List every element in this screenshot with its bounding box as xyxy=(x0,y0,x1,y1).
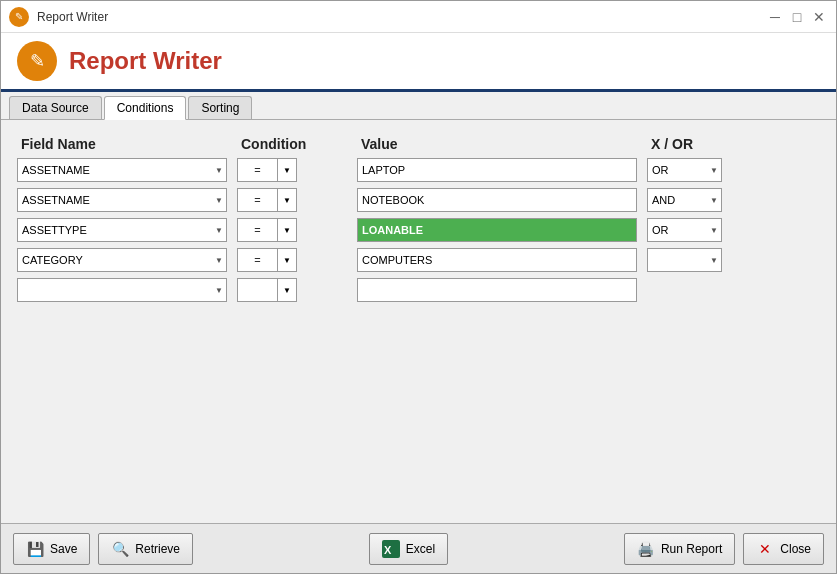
field-dropdown-5[interactable] xyxy=(17,278,227,302)
xor-select-1[interactable]: OR AND xyxy=(647,158,722,182)
main-content: Field Name Condition Value X / OR ASSETN… xyxy=(1,120,836,523)
save-button[interactable]: 💾 Save xyxy=(13,533,90,565)
condition-input-2[interactable] xyxy=(237,188,277,212)
close-icon: ✕ xyxy=(756,540,774,558)
window-close-button[interactable]: ✕ xyxy=(810,8,828,26)
condition-group-2: ▼ xyxy=(237,188,297,212)
value-cell-3 xyxy=(357,218,647,242)
run-report-icon: 🖨️ xyxy=(637,540,655,558)
field-select-3[interactable]: ASSETTYPE xyxy=(17,218,227,242)
svg-text:X: X xyxy=(384,544,392,556)
table-row: ASSETTYPE ▼ OR xyxy=(17,218,820,242)
condition-dropdown-btn-1[interactable]: ▼ xyxy=(277,158,297,182)
condition-group-1: ▼ xyxy=(237,158,297,182)
condition-dropdown-btn-4[interactable]: ▼ xyxy=(277,248,297,272)
header-title: Report Writer xyxy=(69,47,222,75)
field-dropdown-1[interactable]: ASSETNAME xyxy=(17,158,227,182)
conditions-header: Field Name Condition Value X / OR xyxy=(17,136,820,152)
condition-input-3[interactable] xyxy=(237,218,277,242)
header-bar: ✎ Report Writer xyxy=(1,33,836,92)
xor-cell-2: AND OR xyxy=(647,188,767,212)
xor-select-3[interactable]: OR AND xyxy=(647,218,722,242)
condition-group-4: ▼ xyxy=(237,248,297,272)
condition-input-1[interactable] xyxy=(237,158,277,182)
condition-cell-1: ▼ xyxy=(237,158,357,182)
app-icon: ✎ xyxy=(9,7,29,27)
run-report-button[interactable]: 🖨️ Run Report xyxy=(624,533,735,565)
window-title: Report Writer xyxy=(37,10,108,24)
value-input-3[interactable] xyxy=(357,218,637,242)
tab-conditions[interactable]: Conditions xyxy=(104,96,187,120)
value-input-2[interactable] xyxy=(357,188,637,212)
xor-dropdown-4[interactable]: OR AND xyxy=(647,248,722,272)
condition-group-3: ▼ xyxy=(237,218,297,242)
condition-input-4[interactable] xyxy=(237,248,277,272)
condition-cell-5: ▼ xyxy=(237,278,357,302)
tab-data-source[interactable]: Data Source xyxy=(9,96,102,119)
excel-icon: X xyxy=(382,540,400,558)
condition-group-5: ▼ xyxy=(237,278,297,302)
field-cell-1: ASSETNAME xyxy=(17,158,237,182)
tab-sorting[interactable]: Sorting xyxy=(188,96,252,119)
title-bar: ✎ Report Writer ─ □ ✕ xyxy=(1,1,836,33)
minimize-button[interactable]: ─ xyxy=(766,8,784,26)
retrieve-icon: 🔍 xyxy=(111,540,129,558)
field-dropdown-3[interactable]: ASSETTYPE xyxy=(17,218,227,242)
bottom-right-buttons: 🖨️ Run Report ✕ Close xyxy=(624,533,824,565)
field-dropdown-4[interactable]: CATEGORY xyxy=(17,248,227,272)
condition-dropdown-btn-3[interactable]: ▼ xyxy=(277,218,297,242)
table-row: ASSETNAME ▼ OR xyxy=(17,158,820,182)
condition-dropdown-btn-2[interactable]: ▼ xyxy=(277,188,297,212)
condition-input-5[interactable] xyxy=(237,278,277,302)
bottom-center-buttons: X Excel xyxy=(369,533,448,565)
field-select-5[interactable] xyxy=(17,278,227,302)
xor-dropdown-1[interactable]: OR AND xyxy=(647,158,722,182)
title-bar-left: ✎ Report Writer xyxy=(9,7,108,27)
value-header: Value xyxy=(361,136,651,152)
xor-header: X / OR xyxy=(651,136,771,152)
field-cell-4: CATEGORY xyxy=(17,248,237,272)
window-controls: ─ □ ✕ xyxy=(766,8,828,26)
tab-bar: Data Source Conditions Sorting xyxy=(1,92,836,120)
field-dropdown-2[interactable]: ASSETNAME xyxy=(17,188,227,212)
value-cell-5 xyxy=(357,278,647,302)
field-select-1[interactable]: ASSETNAME xyxy=(17,158,227,182)
field-name-header: Field Name xyxy=(21,136,241,152)
condition-header: Condition xyxy=(241,136,361,152)
main-window: ✎ Report Writer ─ □ ✕ ✎ Report Writer Da… xyxy=(0,0,837,574)
close-button[interactable]: ✕ Close xyxy=(743,533,824,565)
value-input-4[interactable] xyxy=(357,248,637,272)
xor-dropdown-2[interactable]: AND OR xyxy=(647,188,722,212)
retrieve-button[interactable]: 🔍 Retrieve xyxy=(98,533,193,565)
conditions-table: Field Name Condition Value X / OR ASSETN… xyxy=(17,136,820,302)
condition-dropdown-btn-5[interactable]: ▼ xyxy=(277,278,297,302)
value-input-5[interactable] xyxy=(357,278,637,302)
value-cell-4 xyxy=(357,248,647,272)
field-cell-3: ASSETTYPE xyxy=(17,218,237,242)
condition-cell-3: ▼ xyxy=(237,218,357,242)
xor-cell-3: OR AND xyxy=(647,218,767,242)
field-cell-2: ASSETNAME xyxy=(17,188,237,212)
table-row: CATEGORY ▼ xyxy=(17,248,820,272)
table-row: ▼ xyxy=(17,278,820,302)
bottom-left-buttons: 💾 Save 🔍 Retrieve xyxy=(13,533,193,565)
xor-select-4[interactable]: OR AND xyxy=(647,248,722,272)
excel-button[interactable]: X Excel xyxy=(369,533,448,565)
maximize-button[interactable]: □ xyxy=(788,8,806,26)
table-row: ASSETNAME ▼ AND xyxy=(17,188,820,212)
condition-cell-4: ▼ xyxy=(237,248,357,272)
bottom-bar: 💾 Save 🔍 Retrieve X Excel 🖨️ xyxy=(1,523,836,573)
xor-select-2[interactable]: AND OR xyxy=(647,188,722,212)
field-select-4[interactable]: CATEGORY xyxy=(17,248,227,272)
xor-cell-1: OR AND xyxy=(647,158,767,182)
xor-dropdown-3[interactable]: OR AND xyxy=(647,218,722,242)
xor-cell-4: OR AND xyxy=(647,248,767,272)
header-logo-icon: ✎ xyxy=(17,41,57,81)
field-cell-5 xyxy=(17,278,237,302)
save-icon: 💾 xyxy=(26,540,44,558)
value-input-1[interactable] xyxy=(357,158,637,182)
value-cell-2 xyxy=(357,188,647,212)
condition-cell-2: ▼ xyxy=(237,188,357,212)
value-cell-1 xyxy=(357,158,647,182)
field-select-2[interactable]: ASSETNAME xyxy=(17,188,227,212)
